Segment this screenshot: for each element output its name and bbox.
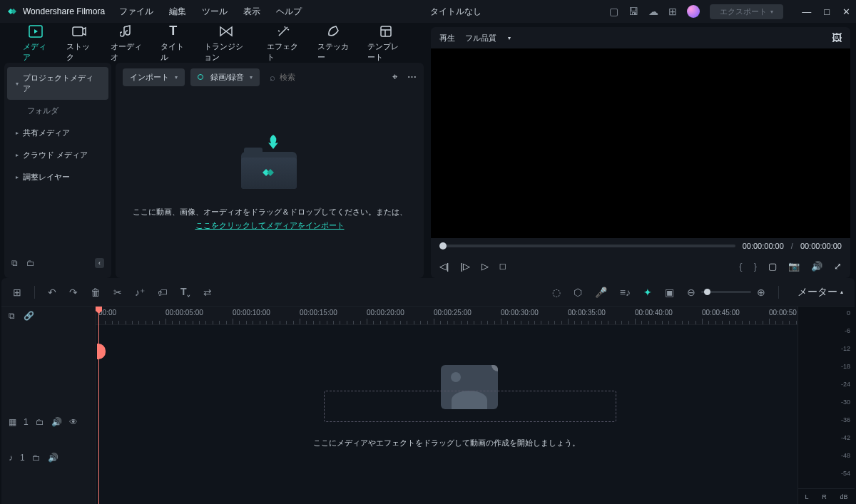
tab-templates[interactable]: テンプレート: [359, 19, 414, 67]
mark-in-icon[interactable]: {: [739, 261, 742, 272]
sidebar-item-folder[interactable]: フォルダ: [7, 100, 108, 122]
media-browser: インポート▾ 録画/録音▾ ⌕ ⌖ ⋯: [116, 63, 424, 278]
mute-video-icon[interactable]: 🔊: [51, 417, 62, 427]
audio-track-header[interactable]: ♪1 🗀 🔊: [1, 440, 95, 475]
render-icon[interactable]: ▣: [665, 287, 674, 298]
display-icon[interactable]: ▢: [768, 261, 777, 272]
stop-icon[interactable]: □: [500, 261, 506, 272]
new-folder-icon[interactable]: 🗀: [26, 258, 35, 268]
user-avatar[interactable]: [687, 5, 700, 18]
video-track-header[interactable]: ▦1 🗀 🔊 👁: [1, 404, 95, 440]
undo-icon[interactable]: ↶: [48, 287, 56, 298]
lock-audio-icon[interactable]: 🗀: [32, 453, 41, 463]
timeline-ruler[interactable]: 00:0000:00:05:0000:00:10:0000:00:15:0000…: [96, 307, 798, 325]
apps-grid-icon[interactable]: ⊞: [668, 6, 677, 17]
layout-grid-icon[interactable]: ⊞: [13, 287, 21, 298]
auto-icon[interactable]: ◌: [552, 287, 561, 298]
tab-stickers[interactable]: ステッカー: [309, 19, 357, 67]
redo-icon[interactable]: ↷: [69, 287, 78, 298]
import-dropdown[interactable]: インポート▾: [123, 68, 185, 86]
zoom-slider[interactable]: [701, 291, 751, 293]
timeline-area[interactable]: 00:0000:00:05:0000:00:10:0000:00:15:0000…: [96, 307, 798, 504]
sidebar-item-adjustment-layer[interactable]: ▸調整レイヤー: [7, 166, 108, 188]
mixer-icon[interactable]: ≡♪: [620, 287, 631, 298]
monitor-icon[interactable]: ▢: [609, 6, 618, 17]
tab-audio[interactable]: オーディオ: [102, 19, 151, 67]
filter-icon[interactable]: ⌖: [392, 71, 397, 83]
seek-bar[interactable]: [439, 245, 735, 247]
cloud-upload-icon[interactable]: ☁: [648, 6, 658, 17]
sidebar-item-shared-media[interactable]: ▸共有メディア: [7, 122, 108, 144]
sidebar-collapse-icon[interactable]: ‹: [95, 258, 104, 268]
record-dropdown[interactable]: 録画/録音▾: [190, 68, 260, 86]
magnetic-icon[interactable]: ✦: [643, 287, 652, 298]
meter-unit: dB: [840, 493, 848, 500]
window-maximize-icon[interactable]: □: [824, 6, 830, 17]
camera-icon[interactable]: 📷: [788, 261, 800, 272]
media-sidebar: ▾プロジェクトメディア フォルダ ▸共有メディア ▸クラウド メディア ▸調整レ…: [4, 63, 111, 278]
tab-transitions[interactable]: トランジション: [195, 19, 257, 67]
timeline-hint: ここにメディアやエフェクトをドラッグして動画の作成を開始しましょう。: [96, 438, 798, 448]
quality-dropdown[interactable]: フル品質▾: [465, 33, 511, 43]
lock-icon[interactable]: 🗀: [36, 417, 44, 427]
add-media-plus-icon[interactable]: +: [491, 365, 498, 371]
media-drop-zone[interactable]: ここに動画、画像、オーディオをドラッグ＆ドロップしてください。または、 ここをク…: [116, 91, 424, 278]
tag-icon[interactable]: 🏷: [158, 287, 168, 298]
stock-icon: [72, 24, 86, 39]
window-close-icon[interactable]: ✕: [842, 6, 850, 17]
menu-help[interactable]: ヘルプ: [276, 6, 302, 18]
meter-scale-label: -6: [845, 327, 850, 334]
fullscreen-icon[interactable]: ⤢: [834, 261, 842, 272]
sidebar-item-cloud-media[interactable]: ▸クラウド メディア: [7, 144, 108, 166]
snapshot-icon[interactable]: 🖼: [832, 32, 842, 43]
import-folder-icon: [241, 139, 298, 189]
audio-track-icon: ♪: [9, 453, 13, 463]
preview-canvas[interactable]: [431, 48, 850, 238]
search-input[interactable]: [280, 73, 337, 81]
menu-view[interactable]: 表示: [243, 6, 260, 18]
play-icon[interactable]: ▷: [482, 261, 489, 272]
music-edit-icon[interactable]: ♪⁺: [135, 287, 145, 298]
export-button[interactable]: エクスポート▾: [710, 4, 783, 19]
tab-titles[interactable]: T タイトル: [152, 19, 194, 67]
meter-right-label: R: [822, 493, 827, 500]
import-link[interactable]: ここをクリックしてメディアをインポート: [195, 220, 345, 231]
sidebar-item-project-media[interactable]: ▾プロジェクトメディア: [7, 67, 108, 100]
split-icon[interactable]: ✂: [113, 287, 122, 298]
timeline-copy-icon[interactable]: ⧉: [9, 311, 15, 321]
meter-scale-label: -18: [841, 363, 850, 370]
menu-tools[interactable]: ツール: [202, 6, 228, 18]
more-options-icon[interactable]: ⋯: [407, 71, 417, 83]
meter-scale-label: -24: [841, 381, 850, 388]
drop-instruction-text: ここに動画、画像、オーディオをドラッグ＆ドロップしてください。または、: [133, 207, 407, 217]
visibility-icon[interactable]: 👁: [69, 417, 78, 427]
prev-frame-icon[interactable]: ◁|: [439, 261, 449, 272]
tab-stock[interactable]: ストック: [58, 19, 100, 67]
link-tracks-icon[interactable]: 🔗: [24, 311, 34, 321]
zoom-out-icon[interactable]: ⊖: [687, 287, 696, 298]
window-minimize-icon[interactable]: —: [802, 6, 811, 17]
text-tool-icon[interactable]: T˯: [180, 286, 190, 298]
menu-edit[interactable]: 編集: [169, 6, 186, 18]
new-bin-icon[interactable]: ⧉: [11, 258, 18, 268]
timeline-toolbar: ⊞ ↶ ↷ 🗑 ✂ ♪⁺ 🏷 T˯ ⇄ ◌ ⬡ 🎤 ≡♪ ✦ ▣ ⊖ ⊕ メータ…: [1, 278, 855, 307]
meter-toggle[interactable]: メーター▴: [798, 286, 843, 299]
titles-icon: T: [169, 24, 177, 39]
zoom-in-icon[interactable]: ⊕: [757, 287, 765, 298]
mark-out-icon[interactable]: }: [754, 261, 757, 272]
tab-media[interactable]: メディア: [14, 19, 56, 67]
timeline-drop-zone[interactable]: [324, 391, 616, 422]
menu-file[interactable]: ファイル: [119, 6, 153, 18]
volume-icon[interactable]: 🔊: [811, 261, 822, 272]
mute-audio-icon[interactable]: 🔊: [48, 453, 58, 463]
marker-icon[interactable]: ⬡: [574, 287, 582, 298]
playhead[interactable]: [98, 307, 99, 504]
delete-icon[interactable]: 🗑: [91, 287, 101, 298]
next-frame-icon[interactable]: |▷: [460, 261, 469, 272]
playback-mode[interactable]: 再生: [439, 33, 455, 43]
adjust-icon[interactable]: ⇄: [203, 287, 212, 298]
save-icon[interactable]: 🖫: [628, 6, 638, 17]
voiceover-icon[interactable]: 🎤: [595, 287, 607, 298]
meter-left-label: L: [805, 493, 808, 500]
tab-effects[interactable]: エフェクト: [258, 19, 307, 67]
